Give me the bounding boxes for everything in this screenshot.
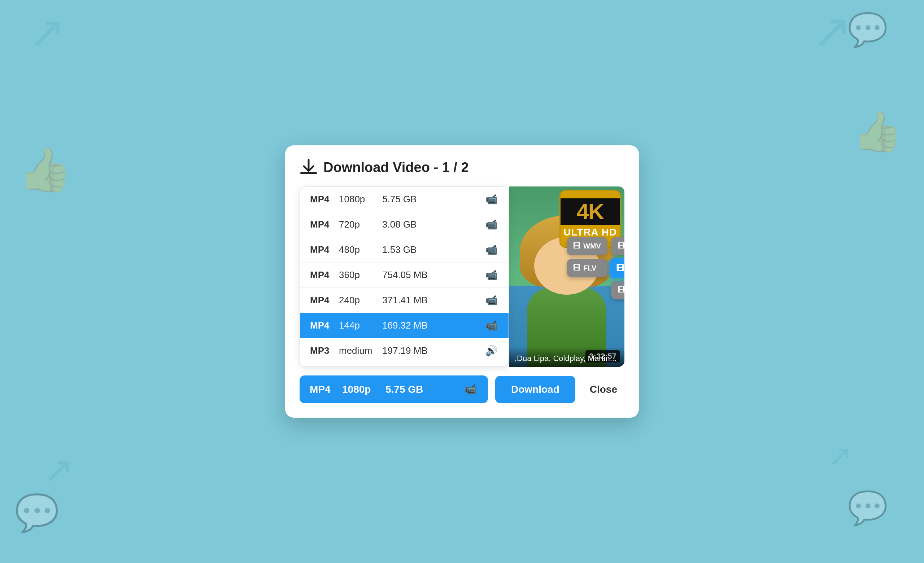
video-title-overlay: ,Dua Lipa, Coldplay, Martin... xyxy=(509,347,624,367)
bg-share-icon-tr2: ↗ xyxy=(813,4,852,58)
format-row-6[interactable]: MP3 medium 197.19 MB 🔊 xyxy=(300,338,508,363)
format-btn-mp4[interactable]: 🎞 MP4 xyxy=(611,237,624,255)
selected-type-icon: 📹 xyxy=(464,383,478,395)
video-title: ,Dua Lipa, Coldplay, Martin... xyxy=(515,354,616,363)
selected-format: MP4 xyxy=(310,384,342,395)
type-icon-3: 📹 xyxy=(484,269,498,281)
format-btn-flv-label: FLV xyxy=(583,264,596,272)
format-btn-avi[interactable]: 🎞 AVI 🖐 xyxy=(609,258,624,278)
format-row-5[interactable]: MP4 144p 169.32 MB 📹 xyxy=(300,313,508,338)
format-list-panel: MP4 1080p 5.75 GB 📹 MP4 720p 3.08 GB 📹 M… xyxy=(300,186,509,367)
resolution-label-3: 360p xyxy=(339,270,382,281)
format-btn-flv[interactable]: 🎞 FLV xyxy=(567,259,608,277)
type-icon-2: 📹 xyxy=(484,244,498,256)
format-row-0[interactable]: MP4 1080p 5.75 GB 📹 xyxy=(300,187,508,212)
format-btn-wmv-label: WMV xyxy=(583,242,601,250)
format-row-4[interactable]: MP4 240p 371.41 MB 📹 xyxy=(300,288,508,313)
dialog-header: Download Video - 1 / 2 xyxy=(300,158,624,177)
size-label-5: 169.32 MB xyxy=(382,320,484,331)
video-camera-icon-0: 📹 xyxy=(485,193,498,205)
format-popup: 🎞 WMV 🎞 MP4 🎞 MOV 🎞 FLV 🎞 xyxy=(567,237,624,299)
resolution-label-6: medium xyxy=(339,345,382,356)
audio-icon-6: 🔊 xyxy=(485,345,498,357)
bg-share-icon-bl: ↗ xyxy=(44,449,74,491)
video-camera-icon-5: 📹 xyxy=(485,320,498,331)
type-icon-6: 🔊 xyxy=(484,345,498,357)
badge-4k-top: 4K xyxy=(561,198,620,225)
size-label-2: 1.53 GB xyxy=(382,244,484,255)
bg-comment-icon-br: 💬 xyxy=(848,489,888,527)
film-icon-mp4: 🎞 xyxy=(618,242,624,250)
format-label-0: MP4 xyxy=(310,194,339,205)
video-camera-icon-3: 📹 xyxy=(485,269,498,281)
type-icon-0: 📹 xyxy=(484,193,498,205)
selected-format-bar: MP4 1080p 5.75 GB 📹 xyxy=(300,376,488,403)
bg-share-icon-br: ↗ xyxy=(828,439,852,473)
size-label-4: 371.41 MB xyxy=(382,295,484,306)
bg-share-icon-tl: ↗ xyxy=(29,7,65,57)
film-icon-wmv: 🎞 xyxy=(573,242,580,250)
bg-comment-icon-bl: 💬 xyxy=(14,491,60,534)
resolution-label-4: 240p xyxy=(339,295,382,306)
format-row-2[interactable]: MP4 480p 1.53 GB 📹 xyxy=(300,237,508,262)
bg-thumbs-icon-l: 👍 xyxy=(18,144,72,195)
film-icon-mpeg: 🎞 xyxy=(618,286,624,294)
type-icon-4: 📹 xyxy=(484,294,498,306)
selected-resolution: 1080p xyxy=(342,384,386,395)
format-btn-wmv[interactable]: 🎞 WMV xyxy=(567,237,608,255)
close-button[interactable]: Close xyxy=(582,376,624,403)
format-label-1: MP4 xyxy=(310,219,339,230)
badge-4k-text: 4K xyxy=(576,199,603,224)
selected-size: 5.75 GB xyxy=(386,384,464,395)
film-icon-flv: 🎞 xyxy=(573,264,580,272)
resolution-label-1: 720p xyxy=(339,219,382,230)
video-camera-icon-1: 📹 xyxy=(485,219,498,231)
resolution-label-5: 144p xyxy=(339,320,382,331)
download-button[interactable]: Download xyxy=(495,376,575,403)
selected-video-icon: 📹 xyxy=(464,383,477,395)
format-label-5: MP4 xyxy=(310,320,339,331)
size-label-1: 3.08 GB xyxy=(382,219,484,230)
type-icon-5: 📹 xyxy=(484,320,498,331)
video-preview-panel: 4K ULTRA HD 3:32:57 ,Dua Lipa, Coldplay,… xyxy=(509,186,624,367)
dialog-title: Download Video - 1 / 2 xyxy=(323,160,469,175)
format-label-6: MP3 xyxy=(310,345,339,356)
format-btn-mpeg[interactable]: 🎞 MPEG xyxy=(611,281,624,299)
resolution-label-0: 1080p xyxy=(339,194,382,205)
download-dialog: Download Video - 1 / 2 MP4 1080p 5.75 GB… xyxy=(285,145,639,418)
download-header-icon xyxy=(300,158,318,177)
format-row-1[interactable]: MP4 720p 3.08 GB 📹 xyxy=(300,212,508,237)
type-icon-1: 📹 xyxy=(484,219,498,231)
format-label-2: MP4 xyxy=(310,244,339,255)
bg-comment-icon-tr: 💬 xyxy=(848,11,888,49)
video-camera-icon-2: 📹 xyxy=(485,244,498,256)
size-label-0: 5.75 GB xyxy=(382,194,484,205)
film-icon-avi: 🎞 xyxy=(616,264,624,273)
bg-thumbs-icon-r: 👍 xyxy=(853,108,902,155)
size-label-6: 197.19 MB xyxy=(382,345,484,356)
size-label-3: 754.05 MB xyxy=(382,270,484,281)
format-label-4: MP4 xyxy=(310,295,339,306)
content-area: MP4 1080p 5.75 GB 📹 MP4 720p 3.08 GB 📹 M… xyxy=(300,186,624,367)
format-label-3: MP4 xyxy=(310,270,339,281)
video-camera-icon-4: 📹 xyxy=(485,294,498,306)
bottom-bar: MP4 1080p 5.75 GB 📹 Download Close xyxy=(300,376,624,403)
format-row-3[interactable]: MP4 360p 754.05 MB 📹 xyxy=(300,262,508,288)
resolution-label-2: 480p xyxy=(339,244,382,255)
svg-rect-0 xyxy=(300,172,317,174)
